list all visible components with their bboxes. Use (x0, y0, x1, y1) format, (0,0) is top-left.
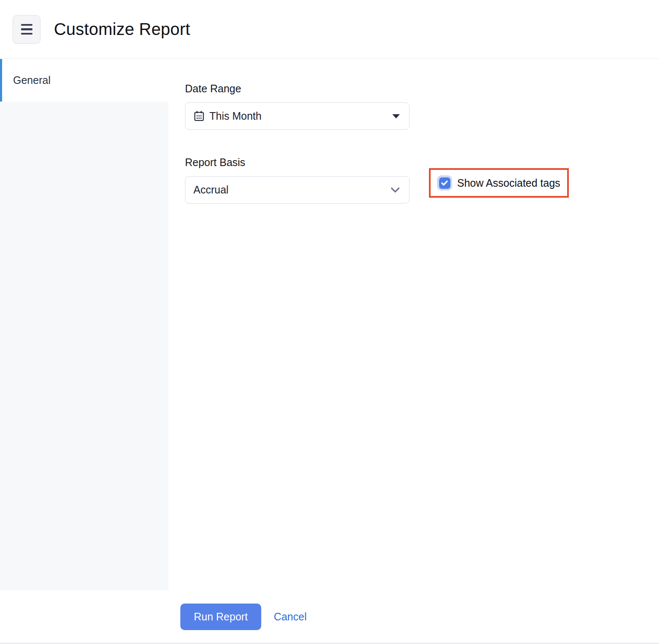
calendar-icon (193, 110, 205, 122)
show-associated-tags-label: Show Associated tags (457, 177, 560, 189)
body: General Date Range (0, 59, 659, 590)
date-range-value: This Month (209, 110, 262, 122)
report-basis-value: Accrual (193, 184, 228, 196)
header: Customize Report (0, 0, 659, 59)
footer: Run Report Cancel (0, 590, 659, 644)
sidebar: General (0, 59, 169, 590)
dropdown-arrow-icon (392, 114, 400, 118)
report-basis-row: Accrual Show (185, 176, 659, 204)
sidebar-item-general[interactable]: General (0, 59, 169, 102)
hamburger-menu-button[interactable] (13, 15, 40, 44)
report-basis-dropdown[interactable]: Accrual (185, 176, 410, 204)
report-basis-label: Report Basis (185, 156, 659, 169)
date-range-label: Date Range (185, 82, 659, 95)
date-range-dropdown[interactable]: This Month (185, 102, 410, 130)
chevron-down-icon (391, 187, 400, 193)
hamburger-icon (21, 24, 32, 26)
customize-report-page: Customize Report General Date Range (0, 0, 659, 644)
cancel-button[interactable]: Cancel (274, 611, 307, 623)
checkbox-checked-icon (439, 177, 450, 189)
sidebar-item-label: General (13, 74, 51, 86)
sidebar-background (0, 102, 169, 590)
show-associated-tags-checkbox[interactable] (437, 175, 452, 191)
main-content: Date Range This Month (169, 59, 659, 590)
run-report-button[interactable]: Run Report (180, 604, 261, 630)
page-title: Customize Report (54, 20, 190, 39)
show-associated-tags-highlight: Show Associated tags (429, 168, 569, 198)
